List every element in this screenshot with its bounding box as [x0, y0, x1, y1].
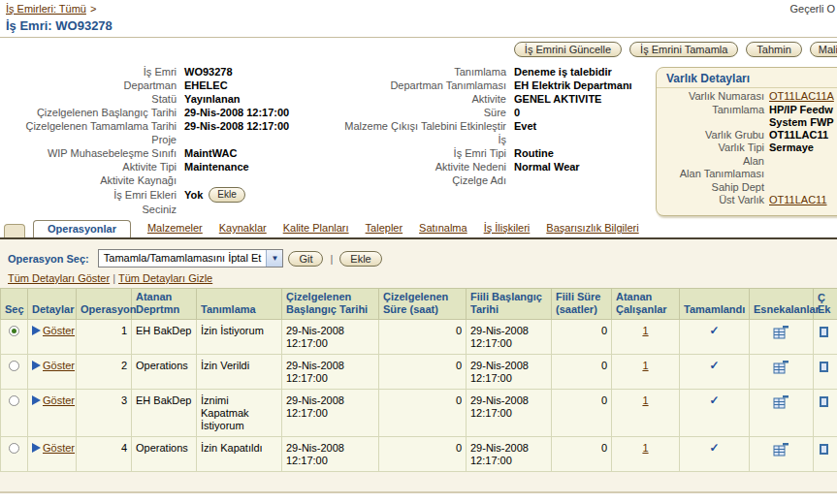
- truncated-icon[interactable]: [820, 327, 828, 337]
- tab-materials[interactable]: Malzemeler: [147, 222, 203, 237]
- current-session-text: Geçerli O: [790, 3, 835, 15]
- assigned-employees-link[interactable]: 1: [642, 325, 648, 336]
- scheduled-start-value: 29-Nis-2008 12:17:00: [184, 106, 289, 119]
- detail-disclosure-icon[interactable]: [32, 443, 41, 453]
- flexfields-icon[interactable]: [773, 442, 789, 459]
- work-order-page: İş Emirleri: Tümü> Geçerli O İş Emri: WO…: [0, 0, 837, 504]
- row-select-radio[interactable]: [9, 443, 19, 454]
- assigned-employees-link[interactable]: 1: [642, 360, 648, 371]
- tab-bar: Operasyonlar Malzemeler Kaynaklar Kalite…: [0, 218, 837, 239]
- show-details-link[interactable]: Göster: [43, 442, 75, 454]
- work-order-type-value: Routine: [514, 146, 554, 160]
- col-header-select: Seç: [1, 289, 28, 320]
- duration-value: 0: [514, 106, 520, 119]
- flexfields-icon[interactable]: [773, 360, 789, 377]
- separator: |: [113, 272, 115, 284]
- field-label: Alan: [657, 155, 769, 169]
- field-label: Çizelge Adı: [322, 173, 514, 187]
- scheduled-start: 29-Nis-2008 12:17:00: [282, 355, 379, 390]
- table-row: Göster 2 Operations İzin Verildi 29-Nis-…: [1, 355, 837, 390]
- scheduled-start: 29-Nis-2008 12:17:00: [282, 437, 379, 472]
- row-select-radio[interactable]: [9, 361, 19, 371]
- estimate-button[interactable]: Tahmin: [746, 42, 801, 57]
- show-details-link[interactable]: Göster: [43, 394, 75, 406]
- scheduled-hours: 0: [379, 390, 467, 437]
- top-bar: İş Emirleri: Tümü> Geçerli O: [0, 0, 837, 16]
- chevron-down-icon[interactable]: ▼: [266, 250, 282, 267]
- cost-button[interactable]: Mali: [810, 42, 837, 57]
- field-label: Varlık Numarası: [657, 90, 769, 104]
- col-header-operation: Operasyon: [77, 289, 132, 320]
- assigned-dept: EH BakDep: [132, 320, 197, 355]
- actual-start: 29-Nis-2008 12:17:00: [467, 437, 552, 472]
- asset-panel-title: Varlık Detayları: [657, 70, 837, 88]
- actual-hours: 0: [552, 437, 612, 472]
- asset-description-value: HP/IP Feedw System FWP: [769, 104, 837, 129]
- col-header-description: Tanımlama: [197, 289, 282, 320]
- actual-start: 29-Nis-2008 12:17:00: [467, 320, 552, 355]
- truncated-icon[interactable]: [820, 362, 828, 372]
- details-middle-column: TanımlamaDeneme iş talebidir Departman T…: [322, 65, 656, 218]
- field-label: Aktivite Tipi: [0, 160, 184, 173]
- flexfields-icon[interactable]: [773, 325, 789, 342]
- truncated-icon[interactable]: [820, 396, 828, 407]
- tab-purchasing[interactable]: Satınalma: [419, 222, 467, 237]
- scheduled-hours: 0: [379, 320, 467, 355]
- detail-disclosure-icon[interactable]: [32, 326, 41, 335]
- tab-work-relationships[interactable]: İş İlişkileri: [484, 222, 531, 237]
- assigned-employees-link[interactable]: 1: [642, 394, 648, 406]
- col-header-scheduled-start: Çizelgelenen Başlangıç Tarihi: [282, 289, 379, 320]
- completed-check-icon: ✓: [709, 394, 719, 407]
- show-details-link[interactable]: Göster: [43, 325, 75, 336]
- detail-disclosure-icon[interactable]: [32, 361, 41, 370]
- material-issue-request-value: Evet: [514, 119, 536, 133]
- completed-check-icon: ✓: [709, 441, 719, 455]
- field-label: Çizelgelenen Başlangıç Tarihi: [0, 106, 184, 119]
- field-label: İş Emri Tipi: [322, 146, 514, 160]
- scheduled-hours: 0: [379, 437, 467, 472]
- title-bar: İş Emri: WO93278: [0, 16, 837, 38]
- flexfields-icon[interactable]: [773, 394, 789, 412]
- breadcrumb-link-work-orders[interactable]: İş Emirleri: Tümü: [6, 3, 86, 15]
- hide-all-details-link[interactable]: Tüm Detayları Gizle: [118, 272, 212, 284]
- asset-type-value: Sermaye: [769, 142, 814, 155]
- update-work-order-button[interactable]: İş Emrini Güncelle: [514, 42, 622, 57]
- field-label: Üst Varlık: [657, 194, 769, 207]
- parent-asset-link[interactable]: OT11LAC11: [769, 194, 827, 207]
- field-label: Alan Tanımlaması: [657, 168, 769, 181]
- field-label: İş Emri: [0, 65, 184, 79]
- field-label: Aktivite Nedeni: [322, 160, 514, 173]
- work-order-details: İş EmriWO93278 DepartmanEHELEC StatüYayı…: [0, 59, 837, 218]
- field-label: İş Emri Ekleri: [0, 188, 184, 202]
- tab-resources[interactable]: Kaynaklar: [219, 222, 267, 237]
- department-value: EHELEC: [184, 79, 228, 92]
- complete-work-order-button[interactable]: İş Emrini Tamamla: [629, 42, 738, 57]
- show-details-link[interactable]: Göster: [43, 360, 75, 371]
- actual-hours: 0: [552, 320, 612, 355]
- detail-disclosure-icon[interactable]: [32, 395, 41, 405]
- tab-operations[interactable]: Operasyonlar: [33, 220, 131, 237]
- col-header-completed: Tamamlandı: [680, 289, 750, 320]
- add-attachment-button[interactable]: Ekle: [209, 187, 244, 203]
- row-select-radio[interactable]: [9, 395, 19, 406]
- scheduled-start: 29-Nis-2008 12:17:00: [282, 320, 379, 355]
- go-button[interactable]: Git: [288, 251, 323, 267]
- col-header-actual-start: Fiili Başlangıç Tarihi: [467, 289, 552, 320]
- truncated-icon[interactable]: [820, 444, 828, 455]
- add-operation-button[interactable]: Ekle: [339, 251, 381, 267]
- assigned-employees-link[interactable]: 1: [642, 442, 648, 454]
- asset-number-link[interactable]: OT11LAC11A: [769, 90, 834, 104]
- tab-failure-information[interactable]: Başarısızlık Bilgileri: [546, 222, 638, 237]
- operation-number: 1: [77, 320, 132, 355]
- show-all-details-link[interactable]: Tüm Detayları Göster: [8, 272, 110, 284]
- row-select-radio[interactable]: [9, 326, 19, 336]
- department-description-value: EH Elektrik Departmanı: [514, 79, 632, 92]
- tab-quality-plans[interactable]: Kalite Planları: [283, 222, 349, 237]
- operations-table: Seç Detaylar Operasyon Atanan Deprtmn Ta…: [0, 288, 837, 472]
- operation-action-select[interactable]: Tamamla/Tamamlamasını İptal Et ▼: [98, 249, 284, 268]
- table-row: Göster 3 EH BakDep İznimi Kapatmak İstiy…: [1, 390, 837, 437]
- tab-requests[interactable]: Talepler: [366, 222, 403, 237]
- completed-check-icon: ✓: [709, 359, 719, 372]
- scheduled-start: 29-Nis-2008 12:17:00: [282, 390, 379, 437]
- col-header-flexfields: Esnekalanlar: [750, 289, 814, 320]
